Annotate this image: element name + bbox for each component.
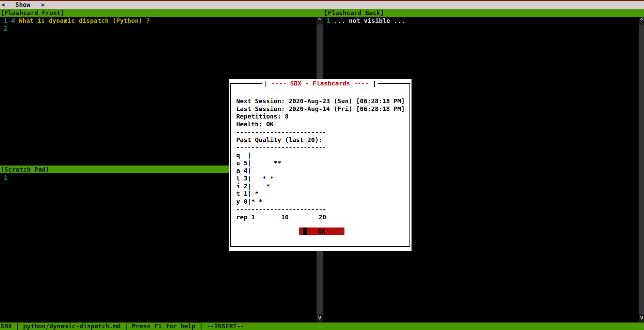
stat-repetitions: Repetitions: 8 [236, 113, 405, 121]
chart-x-axis: rep 1 10 20 [236, 214, 405, 221]
chart-row-u5: u 5| ** [236, 159, 405, 167]
editor-line: 1 ... not visible ... [323, 17, 405, 25]
scratch-pad-title: [Scratch Pad] [1, 166, 49, 173]
terminal-cursor [303, 227, 307, 235]
chart-row-i2: i 2| * [236, 183, 405, 190]
editor-line: 1 # What is dynamic dispatch (Python) ? [0, 17, 150, 25]
chart-row-a4: a 4| [236, 167, 405, 175]
back-line-text: ... not visible ... [330, 17, 405, 24]
stat-last-session: Last Session: 2020-Aug-14 (Fri) [06:28:1… [236, 105, 405, 113]
flashcard-back-title: [Flashcard Back] [324, 9, 384, 17]
flashcard-back-editor[interactable]: 1 ... not visible ... [323, 17, 405, 25]
scroll-down-icon[interactable]: v [317, 314, 323, 322]
front-line-text: What is dynamic dispatch (Python) ? [15, 17, 150, 24]
status-bar-text: SBX | python/dynamic-dispatch.md | Press… [0, 323, 644, 330]
dialog-title-pipe-right: | [373, 80, 376, 87]
menu-bar: < Show > [0, 1, 644, 9]
separator-line: ------------------------ [236, 128, 405, 136]
scratch-pad-editor[interactable]: 1 [0, 174, 7, 182]
editor-line: 1 [0, 174, 7, 182]
line-number: 2 [0, 25, 7, 32]
chart-row-y0: y 0|* * [236, 198, 405, 206]
status-bar: SBX | python/dynamic-dispatch.md | Press… [0, 323, 644, 330]
line-number: 1 [323, 17, 330, 25]
dialog-title: | ---- SBX - Flashcards ---- | [262, 79, 378, 87]
scroll-up-icon[interactable]: ^ [317, 17, 323, 25]
ok-button[interactable]: < OK > [299, 227, 344, 235]
menu-scroll-left-icon[interactable]: < [2, 1, 5, 9]
pane-header-bar: [Flashcard Front] [Flashcard Back] [0, 9, 644, 17]
editor-line: 2 [0, 25, 150, 32]
stat-next-session: Next Session: 2020-Aug-23 (Sun) [06:28:1… [236, 97, 405, 105]
chart-heading: Past Quality (last 20): [236, 136, 405, 144]
flashcard-stats-dialog: | ---- SBX - Flashcards ---- | Next Sess… [229, 79, 412, 251]
scroll-up-icon[interactable]: ^ [639, 17, 644, 25]
dialog-title-pipe-left: | [264, 80, 268, 87]
terminal-screen: < Show > [Flashcard Front] [Flashcard Ba… [0, 0, 644, 330]
menu-scroll-right-icon[interactable]: > [41, 1, 45, 9]
separator-line: ------------------------ [236, 206, 405, 214]
flashcard-front-title: [Flashcard Front] [1, 9, 64, 17]
chart-row-q: q | [236, 152, 405, 159]
menu-item-show[interactable]: Show [15, 1, 30, 9]
button-bracket-left: < [300, 227, 303, 235]
dialog-body: Next Session: 2020-Aug-23 (Sun) [06:28:1… [236, 97, 405, 221]
line-number: 1 [0, 17, 7, 25]
chart-row-l3: l 3| * * [236, 175, 405, 183]
stat-health: Health: OK [236, 121, 405, 128]
separator-line: ------------------------ [236, 144, 405, 152]
flashcard-front-editor[interactable]: 1 # What is dynamic dispatch (Python) ? … [0, 17, 150, 32]
line-number: 1 [0, 174, 7, 182]
scroll-down-icon[interactable]: v [639, 314, 644, 322]
ok-button-label: OK [318, 227, 325, 235]
markdown-hash: # [11, 17, 15, 24]
button-bracket-right: > [340, 227, 344, 235]
back-pane-scrollbar[interactable]: ^ v [639, 17, 644, 322]
dialog-title-text: ---- SBX - Flashcards ---- [268, 80, 372, 87]
chart-row-t1: t 1| * [236, 190, 405, 198]
